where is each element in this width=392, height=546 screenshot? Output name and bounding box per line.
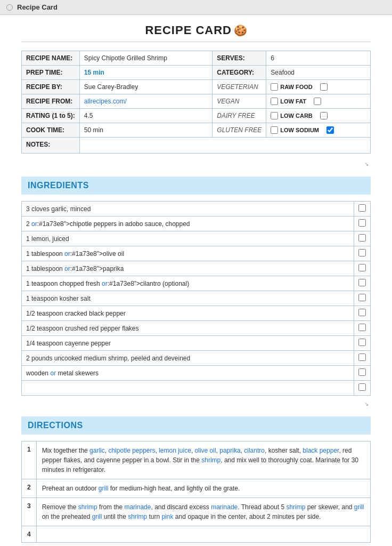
ingredient-checkbox-cell [354,291,371,306]
ingredient-checkbox-cell [354,336,371,351]
ingredient-text: 3 cloves garlic, minced [22,202,354,216]
ingredient-checkbox-cell [354,366,371,381]
step-text: Remove the shrimp from the marinade, and… [36,498,370,526]
prep-time-label: PREP TIME: [22,66,80,80]
recipe-by-label: RECIPE BY: [22,80,80,94]
low-fat-label: LOW FAT [280,98,306,105]
ingredient-row: 2 or:#1a73e8">chipotle peppers in adobo … [22,216,371,231]
dairy-free-checkbox[interactable] [271,112,278,119]
recipe-name-row: RECIPE NAME: Spicy Chipotle Grilled Shri… [22,51,371,66]
ingredient-checkbox-7[interactable] [358,309,366,316]
ingredient-checkbox-12[interactable] [358,383,366,391]
gluten-free-cell: LOW SODIUM [266,123,371,138]
ingredient-checkbox-9[interactable] [358,339,366,346]
ingredient-checkbox-2[interactable] [358,234,366,242]
top-bar: Recipe Card [0,0,392,15]
directions-title: DIRECTIONS [28,421,83,430]
ingredient-checkbox-5[interactable] [358,279,366,286]
ingredient-text: 1 teaspoon kosher salt [22,291,354,306]
ingredient-text: 1 lemon, juiced [22,231,354,246]
raw-food-checkbox2[interactable] [320,83,328,91]
step-number: 4 [22,526,37,543]
serves-value: 6 [266,51,371,66]
recipe-name-label: RECIPE NAME: [22,51,80,66]
step-text: Mix together the garlic, chipotle pepper… [36,441,370,479]
serves-label: SERVES: [213,51,266,66]
ingredient-checkbox-11[interactable] [358,368,366,376]
ingredient-checkbox-10[interactable] [358,354,366,361]
ingredient-text: 1/4 teaspoon cayenne pepper [22,336,354,351]
vegan-label: VEGAN [213,94,266,109]
ingredient-checkbox-cell [354,231,371,246]
low-carb-checkbox[interactable] [320,112,328,119]
direction-row: 2Preheat an outdoor grill for medium-hig… [22,479,371,498]
recipe-icon: 🍪 [234,25,247,36]
vegan-checkbox[interactable] [271,98,278,105]
ingredient-checkbox-cell [354,306,371,321]
ingredients-section-header: INGREDIENTS [21,176,371,195]
top-bar-title: Recipe Card [17,3,58,11]
notes-value [79,138,370,154]
page-title-row: RECIPE CARD 🍪 [21,23,371,37]
ingredient-checkbox-3[interactable] [358,249,366,256]
step-number: 1 [22,441,37,479]
category-value: Seafood [266,66,371,80]
page-wrapper: Recipe Card RECIPE CARD 🍪 RECIPE NAME: S… [0,0,392,546]
ingredient-row: 1 tablespoon or:#1a73e8">paprika [22,261,371,276]
ingredient-checkbox-cell [354,321,371,336]
step-number: 3 [22,498,37,526]
page-title: RECIPE CARD [145,23,232,37]
raw-food-checkbox[interactable] [271,83,278,91]
ingredient-text: 1/2 teaspoon cracked black pepper [22,306,354,321]
cook-time-value: 50 min [79,123,213,138]
vegeterian-cell: RAW FOOD [266,80,371,94]
vegan-cell: LOW FAT [266,94,371,109]
gluten-free-checkbox[interactable] [271,126,278,134]
ingredient-text: 2 or:#1a73e8">chipotle peppers in adobo … [22,216,354,231]
direction-row: 1Mix together the garlic, chipotle peppe… [22,441,371,479]
low-fat-checkbox[interactable] [314,98,321,105]
ingredient-checkbox-1[interactable] [358,219,366,227]
ingredients-title: INGREDIENTS [28,181,89,190]
cook-time-row: COOK TIME: 50 min GLUTEN FREE LOW SODIUM [22,123,371,138]
prep-time-row: PREP TIME: 15 min CATEGORY: Seafood [22,66,371,80]
step-number: 2 [22,479,37,498]
ingredient-checkbox-8[interactable] [358,324,366,331]
ingredient-checkbox-6[interactable] [358,294,366,301]
ingredient-checkbox-cell [354,351,371,366]
raw-food-label: RAW FOOD [280,84,313,90]
low-fat-row: LOW FAT [271,98,366,105]
low-carb-row: LOW CARB [271,112,366,119]
rating-label: RATING (1 to 5): [22,109,80,123]
directions-table: 1Mix together the garlic, chipotle peppe… [21,441,371,543]
ingredient-checkbox-cell [354,246,371,261]
low-sodium-checkbox[interactable] [326,126,334,134]
ingredient-text: wooden or metal skewers [22,366,354,381]
notes-row: NOTES: [22,138,371,154]
category-label: CATEGORY: [213,66,266,80]
ingredients-resize: ↘ [21,400,371,408]
vegeterian-label: VEGETERIAN [213,80,266,94]
ingredient-checkbox-4[interactable] [358,264,366,271]
ingredient-text: 1/2 teaspoon crushed red pepper flakes [22,321,354,336]
recipe-table-resize: ↘ [21,160,371,168]
recipe-from-link[interactable]: allrecipes.com/ [84,98,127,105]
ingredient-checkbox-0[interactable] [358,204,366,212]
ingredient-row: 1 tablespoon or:#1a73e8">olive oil [22,246,371,261]
ingredient-checkbox-cell [354,202,371,216]
ingredient-checkbox-cell [354,381,371,396]
notes-label: NOTES: [22,138,80,154]
ingredient-checkbox-cell [354,216,371,231]
ingredient-text: 1 tablespoon or:#1a73e8">paprika [22,261,354,276]
ingredients-table: 3 cloves garlic, minced2 or:#1a73e8">chi… [21,201,371,396]
step-text [36,526,370,543]
ingredient-checkbox-cell [354,261,371,276]
recipe-from-row: RECIPE FROM: allrecipes.com/ VEGAN LOW F… [22,94,371,109]
ingredient-row [22,381,371,396]
rating-row: RATING (1 to 5): 4.5 DAIRY FREE LOW CARB [22,109,371,123]
recipe-by-row: RECIPE BY: Sue Carey-Bradley VEGETERIAN … [22,80,371,94]
step-text: Preheat an outdoor grill for medium-high… [36,479,370,498]
cook-time-label: COOK TIME: [22,123,80,138]
ingredient-row: 1 lemon, juiced [22,231,371,246]
window-button[interactable] [6,4,13,11]
